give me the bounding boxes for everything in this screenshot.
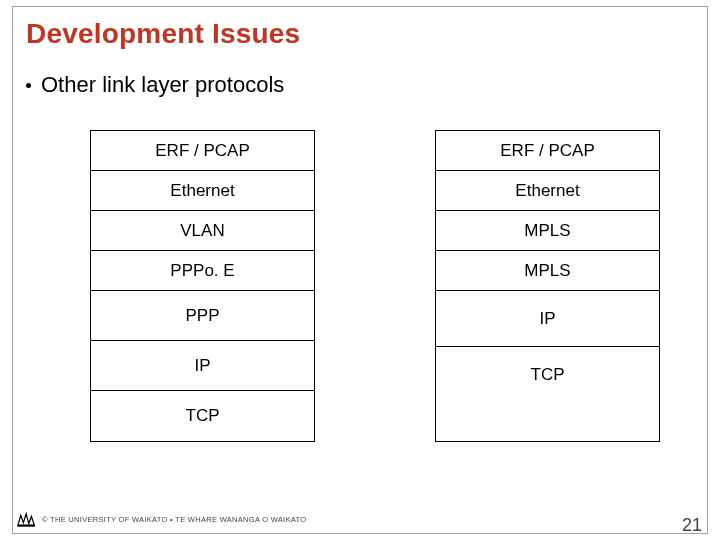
stack-cell: IP <box>91 341 314 391</box>
stack-cell: PPP <box>91 291 314 341</box>
slide-title: Development Issues <box>26 18 300 50</box>
bullet-dot-icon <box>26 83 31 88</box>
right-stack: ERF / PCAP Ethernet MPLS MPLS IP TCP <box>435 130 660 442</box>
stacks-container: ERF / PCAP Ethernet VLAN PPPo. E PPP IP … <box>90 130 660 442</box>
left-stack: ERF / PCAP Ethernet VLAN PPPo. E PPP IP … <box>90 130 315 442</box>
slide: Development Issues Other link layer prot… <box>0 0 720 540</box>
stack-cell: MPLS <box>436 211 659 251</box>
stack-cell: Ethernet <box>436 171 659 211</box>
stack-cell: MPLS <box>436 251 659 291</box>
footer-text: © THE UNIVERSITY OF WAIKATO • TE WHARE W… <box>42 515 306 524</box>
stack-cell: ERF / PCAP <box>436 131 659 171</box>
stack-cell: TCP <box>91 391 314 441</box>
wand-logo-icon <box>16 512 38 528</box>
stack-cell: TCP <box>436 347 659 403</box>
stack-cell: ERF / PCAP <box>91 131 314 171</box>
stack-cell: IP <box>436 291 659 347</box>
slide-number: 21 <box>682 515 702 536</box>
stack-cell: VLAN <box>91 211 314 251</box>
bullet-item: Other link layer protocols <box>26 72 284 98</box>
stack-cell: Ethernet <box>91 171 314 211</box>
bullet-text: Other link layer protocols <box>41 72 284 98</box>
stack-cell: PPPo. E <box>91 251 314 291</box>
svg-rect-0 <box>17 524 35 526</box>
